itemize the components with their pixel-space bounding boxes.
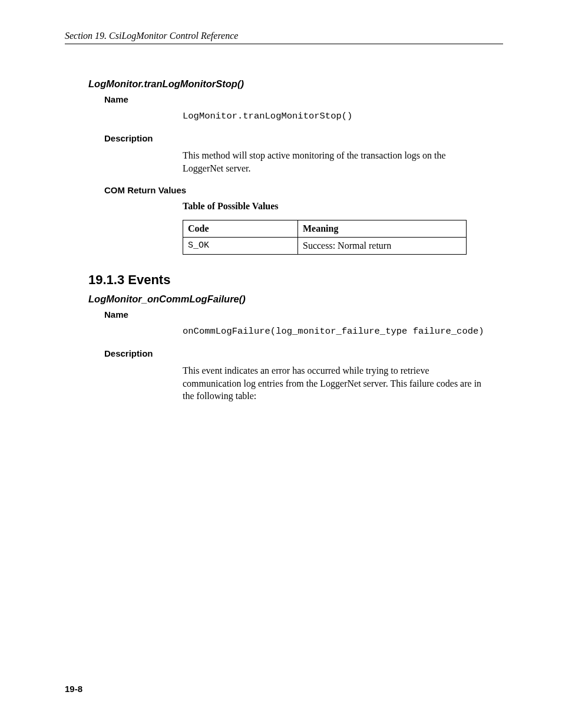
label-name: Name (104, 309, 503, 319)
page: Section 19. CsiLogMonitor Control Refere… (0, 0, 562, 728)
return-values-table: Code Meaning S_OK Success: Normal return (183, 220, 467, 255)
method-title-tranlogmonitorstop: LogMonitor.tranLogMonitorStop() (88, 78, 503, 90)
label-description: Description (104, 133, 503, 143)
event-signature: onCommLogFailure(log_monitor_failure_typ… (183, 325, 503, 338)
cell-meaning: Success: Normal return (298, 238, 467, 255)
running-head: Section 19. CsiLogMonitor Control Refere… (65, 31, 503, 44)
th-code: Code (183, 220, 298, 238)
event-title-oncommlogfailure: LogMonitor_onCommLogFailure() (88, 294, 503, 305)
event-description: This event indicates an error has occurr… (183, 364, 483, 403)
page-number: 19-8 (65, 684, 82, 694)
label-name: Name (104, 94, 503, 104)
section-heading-events: 19.1.3 Events (88, 272, 503, 288)
label-com-return-values: COM Return Values (104, 185, 503, 195)
method-description: This method will stop active monitoring … (183, 149, 483, 174)
method-signature: LogMonitor.tranLogMonitorStop() (183, 110, 503, 123)
label-description: Description (104, 348, 503, 358)
table-row: S_OK Success: Normal return (183, 238, 467, 255)
cell-code: S_OK (183, 238, 298, 255)
th-meaning: Meaning (298, 220, 467, 238)
table-header-row: Code Meaning (183, 220, 467, 238)
table-caption: Table of Possible Values (183, 201, 503, 212)
